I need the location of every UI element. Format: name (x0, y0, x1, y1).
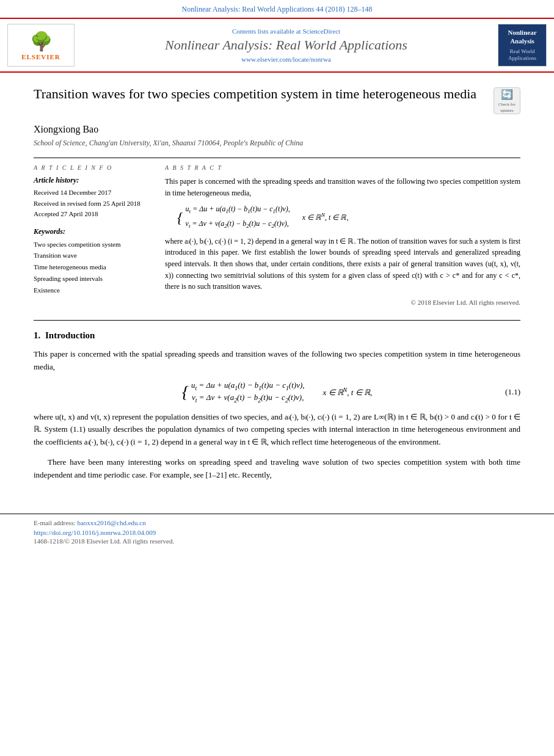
check-updates-badge: 🔄 Check for updates (494, 87, 520, 114)
journal-reference-bar: Nonlinear Analysis: Real World Applicati… (0, 0, 554, 18)
keyword-2: Transition wave (34, 250, 153, 261)
journal-name-heading: Nonlinear Analysis: Real World Applicati… (82, 37, 490, 53)
author-name: Xiongxiong Bao (34, 124, 520, 135)
elsevier-label: ELSEVIER (21, 53, 60, 60)
intro-section-title: 1. Introduction (34, 330, 520, 341)
page-footer: E-mail address: baoxxx2016@chd.edu.cn ht… (0, 514, 554, 550)
equation-number-1-1: (1.1) (505, 387, 520, 397)
abstract-eq-line1: ut = Δu + u(a1(t) − b1(t)u − c1(t)v), (186, 203, 290, 216)
section-divider (34, 320, 520, 321)
email-line: E-mail address: baoxxx2016@chd.edu.cn (34, 519, 520, 526)
info-abstract-section: A R T I C L E I N F O Article history: R… (34, 158, 520, 308)
abstract-text1: This paper is concerned with the spreadi… (165, 177, 520, 197)
abstract-panel: A B S T R A C T This paper is concerned … (165, 164, 520, 308)
intro-para1: This paper is concerned with the spatial… (34, 348, 520, 374)
article-title-row: Transition waves for two species competi… (34, 85, 520, 114)
article-title: Transition waves for two species competi… (34, 85, 487, 103)
accepted-date: Accepted 27 April 2018 (34, 209, 153, 220)
contents-available-line: Contents lists available at ScienceDirec… (82, 27, 490, 35)
keywords-section: Keywords: Two species competition system… (34, 227, 153, 296)
abstract-label: A B S T R A C T (165, 164, 520, 171)
abstract-eq-line2: vt = Δv + v(a2(t) − b2(t)u − c2(t)v), (186, 218, 290, 231)
copyright-line: © 2018 Elsevier Ltd. All rights reserved… (165, 297, 520, 308)
check-updates-icon: 🔄 (501, 88, 513, 101)
journal-header: 🌳 ELSEVIER Contents lists available at S… (0, 18, 554, 73)
equation-1-1-content: { ut = Δu + u(a1(t) − b1(t)u − c1(t)v), … (182, 380, 372, 403)
email-address[interactable]: baoxxx2016@chd.edu.cn (77, 519, 145, 526)
history-label: Article history: (34, 176, 153, 185)
keyword-1: Two species competition system (34, 239, 153, 250)
doi-link[interactable]: https://doi.org/10.1016/j.nonrwa.2018.04… (34, 529, 520, 536)
equation-1-1-block: { ut = Δu + u(a1(t) − b1(t)u − c1(t)v), … (34, 380, 520, 403)
revised-date: Received in revised form 25 April 2018 (34, 198, 153, 209)
elsevier-tree-icon: 🌳 (30, 31, 53, 52)
intro-eq-line1: ut = Δu + u(a1(t) − b1(t)u − c1(t)v), (191, 380, 305, 391)
abstract-text2: where aᵢ(·), bᵢ(·), cᵢ(·) (i = 1, 2) dep… (165, 237, 520, 291)
elsevier-logo: 🌳 ELSEVIER (7, 24, 75, 67)
intro-eq-line2: vt = Δv + v(a2(t) − b2(t)u − c2(t)v), (191, 393, 305, 404)
journal-center-info: Contents lists available at ScienceDirec… (82, 27, 490, 63)
abstract-equation: { ut = Δu + u(a1(t) − b1(t)u − c1(t)v), … (177, 203, 520, 231)
abstract-brace-system: { ut = Δu + u(a1(t) − b1(t)u − c1(t)v), … (177, 203, 348, 231)
keyword-4: Spreading speed intervals (34, 273, 153, 285)
received-date: Received 14 December 2017 (34, 187, 153, 198)
article-info-panel: A R T I C L E I N F O Article history: R… (34, 164, 153, 308)
nl-analysis-logo: Nonlinear Analysis Real World Applicatio… (498, 24, 547, 67)
check-updates-label: Check for updates (494, 102, 520, 114)
keywords-label: Keywords: (34, 227, 153, 236)
intro-para2: where u(t, x) and v(t, x) represent the … (34, 411, 520, 449)
journal-url[interactable]: www.elsevier.com/locate/nonrwa (82, 56, 490, 63)
abstract-text: This paper is concerned with the spreadi… (165, 176, 520, 308)
main-content: Transition waves for two species competi… (0, 73, 554, 501)
journal-reference-text: Nonlinear Analysis: Real World Applicati… (182, 5, 373, 13)
sciencedirect-link[interactable]: ScienceDirect (302, 27, 340, 35)
keyword-3: Time heterogeneous media (34, 261, 153, 273)
keyword-5: Existence (34, 285, 153, 296)
intro-brace-system: { ut = Δu + u(a1(t) − b1(t)u − c1(t)v), … (182, 380, 372, 403)
rights-text: 1468-1218/© 2018 Elsevier Ltd. All right… (34, 537, 174, 545)
intro-para3: There have been many interesting works o… (34, 456, 520, 482)
affiliation: School of Science, Chang'an University, … (34, 139, 520, 148)
article-info-label: A R T I C L E I N F O (34, 164, 153, 171)
